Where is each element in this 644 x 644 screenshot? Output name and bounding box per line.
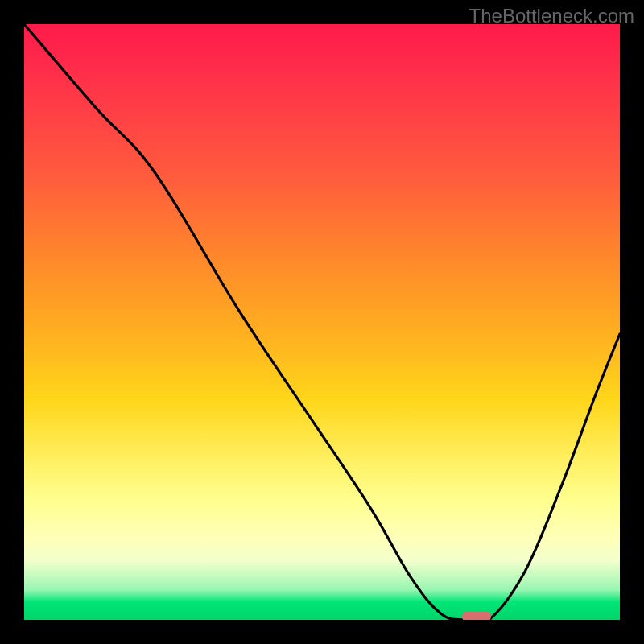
chart-curve	[24, 24, 620, 620]
line-series-curve	[24, 24, 620, 620]
chart-marker-pill	[462, 611, 491, 620]
chart-plot-area	[24, 24, 620, 620]
watermark-text: TheBottleneck.com	[469, 5, 634, 27]
